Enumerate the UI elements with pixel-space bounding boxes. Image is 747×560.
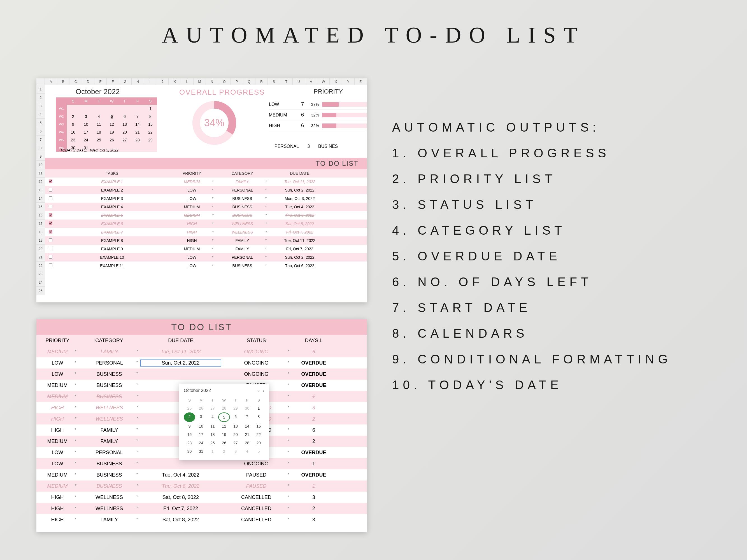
table-row[interactable]: MEDIUMBUSINESSThu, Oct 6, 2022PAUSED1 xyxy=(36,480,367,492)
datepicker-day[interactable]: 27 xyxy=(207,404,218,412)
task-checkbox[interactable] xyxy=(49,196,52,200)
datepicker-day[interactable]: 10 xyxy=(195,422,207,430)
date-picker-popup[interactable]: October 2022 ‹ › SMTWTFS 252627282930123… xyxy=(179,383,269,460)
todays-date-label: TODAY'S DATE: Wed, Oct 5, 2022 xyxy=(60,148,118,152)
datepicker-day[interactable]: 25 xyxy=(207,439,218,447)
datepicker-day[interactable]: 7 xyxy=(241,412,253,422)
row-numbers: 1234567891011121314151617181920212223242… xyxy=(36,85,45,295)
datepicker-day[interactable]: 6 xyxy=(230,412,241,422)
datepicker-day[interactable]: 20 xyxy=(230,430,241,439)
task-checkbox[interactable] xyxy=(49,180,52,183)
datepicker-day[interactable]: 28 xyxy=(218,404,230,412)
datepicker-day[interactable]: 22 xyxy=(253,430,264,439)
feature-item: 7. START DATE xyxy=(392,301,730,315)
table-row[interactable]: EXAMPLE 10LOWPERSONALSun, Oct 2, 2022 xyxy=(45,253,367,262)
feature-item: 2. PRIORITY LIST xyxy=(392,172,730,186)
column-headers: ABCDEFGHIJKLMNOPQRSTUVWXYZ xyxy=(36,78,367,85)
datepicker-day[interactable]: 3 xyxy=(195,412,207,422)
table-row[interactable]: EXAMPLE 1MEDIUMFAMILYTue, Oct 11, 2022 xyxy=(45,178,367,186)
todo-list-banner: TO DO LIST xyxy=(45,158,367,169)
feature-item: 8. CALENDARS xyxy=(392,326,730,341)
datepicker-day[interactable]: 21 xyxy=(241,430,253,439)
table-row[interactable]: EXAMPLE 8HIGHFAMILYTue, Oct 11, 2022 xyxy=(45,236,367,245)
task-checkbox[interactable] xyxy=(49,205,52,208)
datepicker-day[interactable]: 2 xyxy=(184,412,195,422)
datepicker-day[interactable]: 18 xyxy=(207,430,218,439)
mini-calendar[interactable]: SMTWTFS W11W22345678W39101112131415W4161… xyxy=(56,98,157,152)
datepicker-day[interactable]: 4 xyxy=(207,412,218,422)
datepicker-day[interactable]: 1 xyxy=(207,447,218,456)
features-header: AUTOMATIC OUTPUTS: xyxy=(392,121,730,134)
priority-table: LOW737%MEDIUM632%HIGH632% xyxy=(269,99,367,131)
todo-headers: TASKS PRIORITY CATEGORY DUE DATE xyxy=(45,169,367,178)
datepicker-day[interactable]: 13 xyxy=(230,422,241,430)
table-row[interactable]: LOWBUSINESSONGOINGOVERDUE xyxy=(36,369,367,380)
datepicker-day[interactable]: 8 xyxy=(253,412,264,422)
datepicker-day[interactable]: 4 xyxy=(241,447,253,456)
datepicker-next-icon[interactable]: › xyxy=(263,389,264,393)
datepicker-day[interactable]: 3 xyxy=(230,447,241,456)
datepicker-day[interactable]: 17 xyxy=(195,430,207,439)
table-row[interactable]: EXAMPLE 3LOWBUSINESSMon, Oct 3, 2022 xyxy=(45,194,367,203)
page-title: AUTOMATED TO-DO LIST xyxy=(0,22,747,48)
todo-rows: EXAMPLE 1MEDIUMFAMILYTue, Oct 11, 2022EX… xyxy=(45,178,367,270)
task-checkbox[interactable] xyxy=(49,188,52,191)
datepicker-day[interactable]: 16 xyxy=(184,430,195,439)
task-checkbox[interactable] xyxy=(49,255,52,259)
progress-donut-chart: 34% xyxy=(190,99,238,147)
task-checkbox[interactable] xyxy=(49,221,52,225)
table-row[interactable]: LOWPERSONALSun, Oct 2, 2022ONGOINGOVERDU… xyxy=(36,357,367,369)
table-row[interactable]: HIGHWELLNESSFri, Oct 7, 2022CANCELLED2 xyxy=(36,503,367,514)
table-row[interactable]: EXAMPLE 5MEDIUMBUSINESSThu, Oct 6, 2022 xyxy=(45,211,367,219)
datepicker-day[interactable]: 14 xyxy=(241,422,253,430)
datepicker-month: October 2022 xyxy=(184,388,211,393)
datepicker-day[interactable]: 12 xyxy=(218,422,230,430)
datepicker-day[interactable]: 29 xyxy=(253,439,264,447)
table-row[interactable]: HIGHWELLNESSSat, Oct 8, 2022CANCELLED3 xyxy=(36,492,367,503)
category-summary: PERSONAL 3 BUSINES xyxy=(275,144,338,149)
task-checkbox[interactable] xyxy=(49,230,52,234)
spreadsheet-overview: ABCDEFGHIJKLMNOPQRSTUVWXYZ 1234567891011… xyxy=(36,78,367,302)
table-row[interactable]: EXAMPLE 4MEDIUMBUSINESSTue, Oct 4, 2022 xyxy=(45,203,367,211)
table-row[interactable]: EXAMPLE 2LOWPERSONALSun, Oct 2, 2022 xyxy=(45,186,367,194)
task-checkbox[interactable] xyxy=(49,247,52,250)
priority-title: PRIORITY xyxy=(314,88,343,95)
table-row[interactable]: MEDIUMFAMILYTue, Oct 11, 2022ONGOING6 xyxy=(36,346,367,357)
datepicker-day[interactable]: 1 xyxy=(253,404,264,412)
datepicker-day[interactable]: 5 xyxy=(253,447,264,456)
feature-item: 4. CATEGORY LIST xyxy=(392,223,730,237)
feature-item: 6. NO. OF DAYS LEFT xyxy=(392,275,730,289)
datepicker-day[interactable]: 24 xyxy=(195,439,207,447)
feature-item: 10. TODAY'S DATE xyxy=(392,378,730,392)
datepicker-day[interactable]: 30 xyxy=(184,447,195,456)
table-row[interactable]: EXAMPLE 6HIGHWELLNESSSat, Oct 8, 2022 xyxy=(45,219,367,228)
table-row[interactable]: EXAMPLE 11LOWBUSINESSThu, Oct 6, 2022 xyxy=(45,262,367,270)
table-row[interactable]: EXAMPLE 9MEDIUMFAMILYFri, Oct 7, 2022 xyxy=(45,245,367,253)
datepicker-day[interactable]: 31 xyxy=(195,447,207,456)
datepicker-day[interactable]: 15 xyxy=(253,422,264,430)
table-row[interactable]: MEDIUMBUSINESSTue, Oct 4, 2022PAUSEDOVER… xyxy=(36,469,367,480)
datepicker-day[interactable]: 30 xyxy=(241,404,253,412)
feature-item: 3. STATUS LIST xyxy=(392,198,730,212)
task-checkbox[interactable] xyxy=(49,213,52,217)
datepicker-day[interactable]: 29 xyxy=(230,404,241,412)
task-checkbox[interactable] xyxy=(49,264,52,267)
datepicker-day[interactable]: 9 xyxy=(184,422,195,430)
overall-progress-title: OVERALL PROGRESS xyxy=(179,88,265,97)
datepicker-day[interactable]: 28 xyxy=(241,439,253,447)
datepicker-prev-icon[interactable]: ‹ xyxy=(257,389,259,393)
task-checkbox[interactable] xyxy=(49,238,52,242)
todo2-headers: PRIORITY CATEGORY DUE DATE STATUS DAYS L xyxy=(36,335,367,346)
datepicker-day[interactable]: 11 xyxy=(207,422,218,430)
todo2-banner: TO DO LIST xyxy=(36,319,367,335)
datepicker-day[interactable]: 26 xyxy=(195,404,207,412)
datepicker-day[interactable]: 19 xyxy=(218,430,230,439)
datepicker-day[interactable]: 25 xyxy=(184,404,195,412)
datepicker-day[interactable]: 23 xyxy=(184,439,195,447)
datepicker-day[interactable]: 26 xyxy=(218,439,230,447)
table-row[interactable]: EXAMPLE 7HIGHWELLNESSFri, Oct 7, 2022 xyxy=(45,228,367,236)
datepicker-day[interactable]: 27 xyxy=(230,439,241,447)
table-row[interactable]: HIGHFAMILYSat, Oct 8, 2022CANCELLED3 xyxy=(36,514,367,525)
datepicker-day[interactable]: 2 xyxy=(218,447,230,456)
datepicker-day[interactable]: 5 xyxy=(218,412,230,422)
